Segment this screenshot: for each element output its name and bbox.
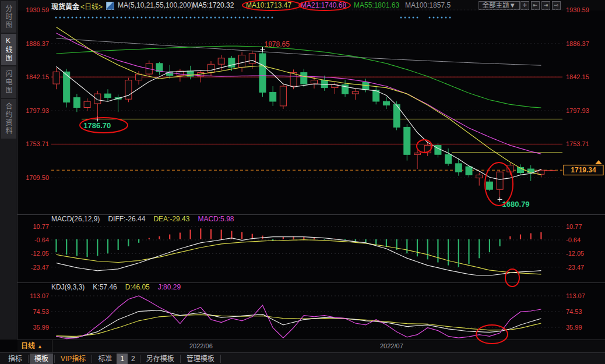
signal-dot [243, 17, 245, 19]
candle [527, 169, 534, 173]
page-2-button[interactable]: 2 [128, 354, 139, 364]
sidebar-tab-timeshare[interactable]: 分时图 [1, 1, 16, 33]
signal-dot [239, 17, 241, 19]
period-tag: <日线> [80, 1, 103, 11]
tab-indicators[interactable]: 指标 [3, 354, 27, 364]
divider [140, 355, 140, 363]
tab-save-template[interactable]: 另存模板 [142, 354, 179, 364]
y-axis-label-left: 1842.15 [26, 73, 49, 80]
signal-dot [104, 17, 106, 19]
instrument-title: 现货黄金 [51, 1, 79, 11]
candle [198, 73, 204, 77]
candle [228, 58, 235, 68]
candle [373, 90, 379, 102]
macd-dea-line [57, 240, 541, 274]
candle [280, 86, 286, 106]
macd-title: MACD(26,12,9) [51, 215, 100, 224]
candle [156, 63, 163, 72]
y-axis-label-left: 1886.37 [26, 40, 49, 47]
chart-type-icon[interactable] [106, 2, 114, 10]
x-axis-label-july: 2022/07 [380, 342, 403, 349]
candle [332, 84, 338, 87]
signal-dot [231, 17, 233, 19]
signal-dot [255, 17, 257, 19]
price-annotation: 1786.70 [83, 121, 111, 130]
macd-axis-label-right: -0.64 [566, 236, 581, 243]
signal-dot [153, 17, 155, 19]
kdj-d-line [57, 314, 541, 336]
signal-dot [72, 17, 73, 19]
signal-dot [88, 17, 90, 19]
signal-dot [437, 17, 439, 19]
signal-dot [145, 17, 147, 19]
signal-dot [235, 17, 237, 19]
candle [538, 170, 544, 174]
candle [497, 172, 503, 189]
compress-right-icon[interactable]: ⇥ [541, 1, 550, 10]
candle [270, 92, 276, 101]
signal-dot [206, 17, 208, 19]
all-themes-dropdown[interactable]: 全部主题▼ [479, 1, 520, 10]
macd-diff-value: DIFF:-26.44 [108, 215, 145, 224]
signal-dot [190, 17, 192, 19]
signal-dot [259, 17, 261, 19]
sidebar-tab-kline[interactable]: K线图 [1, 34, 16, 65]
tab-vip-indicators[interactable]: VIP指标 [56, 354, 90, 364]
signal-dot [272, 17, 273, 19]
red-circle-annotation [485, 162, 513, 206]
tab-standard[interactable]: 标准 [93, 354, 117, 364]
kdj-axis-label-right: 113.07 [566, 292, 585, 299]
candle [105, 94, 111, 98]
signal-dot [227, 17, 228, 19]
ma5-line [57, 61, 541, 180]
signal-dot [55, 17, 57, 19]
ma10-value-label: MA10:1713.47 [246, 1, 291, 9]
price-annotation: 1680.79 [502, 200, 530, 208]
candle [363, 83, 369, 90]
signal-dot [202, 17, 204, 19]
page-1-button[interactable]: 1 [117, 354, 128, 364]
macd-diff-line [57, 237, 541, 275]
candle [136, 74, 142, 80]
signal-dot [413, 17, 414, 19]
divider [180, 355, 181, 363]
period-selector[interactable]: 日线▲ [17, 340, 52, 352]
signal-dot [404, 17, 406, 19]
candle [301, 73, 307, 84]
signal-dot [96, 17, 98, 19]
kdj-header: KDJ(9,3,3) K:57.46 D:46.05 J:80.29 [51, 283, 181, 292]
pan-right-icon[interactable]: ⇨ [552, 1, 561, 10]
kdj-j-line [57, 296, 541, 339]
signal-dot [417, 17, 418, 19]
macd-axis-label-right: -23.47 [566, 264, 584, 271]
y-axis-label-right: 1886.37 [566, 40, 589, 47]
signal-dot [214, 17, 216, 19]
tab-manage-template[interactable]: 管理模板 [182, 354, 219, 364]
kdj-k-line [57, 310, 541, 338]
divider [28, 355, 29, 363]
signal-dot [129, 17, 131, 19]
tab-templates[interactable]: 模板 [30, 354, 53, 364]
signal-dot [441, 17, 443, 19]
compress-left-icon[interactable]: ⇤ [531, 1, 540, 10]
ma100-line [57, 38, 541, 65]
candle [146, 63, 152, 74]
candle [507, 165, 513, 172]
ma21-line [57, 33, 541, 154]
sidebar-tab-flash[interactable]: 闪电图 [1, 66, 16, 98]
signal-dot [92, 17, 94, 19]
signal-dot [174, 17, 175, 19]
move-icon[interactable]: ✛ [520, 1, 529, 10]
triangle-up-icon: ▲ [37, 344, 43, 349]
sidebar-tab-contract-info[interactable]: 合约资料 [1, 99, 16, 139]
candle [94, 94, 101, 104]
signal-dot [223, 17, 224, 19]
macd-axis-label-right: -12.05 [566, 250, 584, 257]
signal-dot [125, 17, 126, 19]
candle [311, 80, 318, 84]
kdj-k-value: K:57.46 [93, 283, 117, 292]
kdj-axis-label-left: 113.07 [30, 292, 49, 299]
y-axis-label-left: 1709.50 [26, 174, 49, 181]
candle [249, 54, 255, 63]
signal-dot [166, 17, 167, 19]
